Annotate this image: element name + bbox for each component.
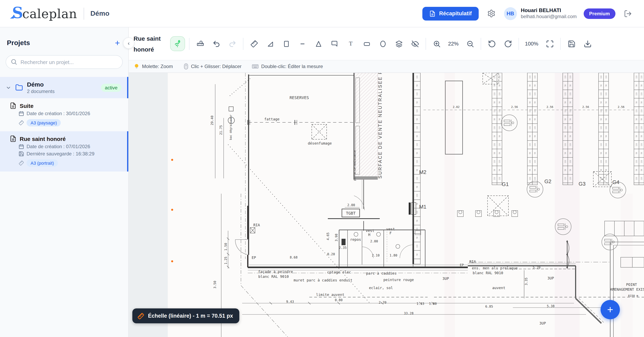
rack-cell-label: 50 [605,102,607,104]
rack-cell-label: 133 [564,92,566,95]
plan-label: AMENAGEMENT EXIS [610,287,644,291]
rack-cell-label: 50 [600,85,602,87]
scale-marker[interactable] [171,260,173,262]
plan-label: G4 [612,179,620,185]
redo-button[interactable] [226,37,239,50]
user-menu[interactable]: HB Houari BELHATI belhati.houari@gmail.c… [504,7,576,20]
hint-text: Clic + Glisser: Déplacer [191,64,241,69]
rack-cell-label: 50 [605,135,607,137]
mouse-icon [183,63,188,70]
plan-label: parc à caddies [366,271,396,275]
rack-cell-label: 50 [640,102,642,104]
rack-cell-label: 133 [570,143,572,146]
ellipse-tool-button[interactable] [376,37,390,50]
rack-cell-label: 133 [605,143,607,146]
rectangle-tool-button[interactable] [280,37,293,50]
plan-viewport[interactable]: 1335013350133501335013350133501335013350… [129,73,644,337]
document-item-rue-saint-honore[interactable]: Rue saint honoré Date de création : 07/0… [0,131,128,172]
zoom-in-button[interactable] [430,37,443,50]
document-item-suite[interactable]: Suite Date de création : 30/01/2026 A3 (… [0,98,128,131]
rack-cell-label: 133 [494,160,496,163]
recap-button[interactable]: Récapitulatif [422,7,478,20]
plan-label: 3UP [548,276,554,280]
rack-cell-label: 133 [494,143,496,146]
premium-badge[interactable]: Premium [584,8,616,19]
rack-cell-label: 133 [605,92,607,95]
rotate-cw-button[interactable] [501,37,514,50]
scale-marker[interactable] [171,159,173,161]
rack-cell-label: 133 [636,126,638,129]
rack-cell-label: 133 [600,109,602,112]
rack-cell-label: 133 [416,160,418,163]
rack-cell-label: 133 [534,126,536,129]
rack-cell-label: 50 [494,169,496,171]
format-badge: A3 (paysage) [26,119,61,126]
chevron-left-icon: ‹ [128,40,130,46]
plan-label: RESERVES [290,95,309,100]
logout-button[interactable] [622,8,634,19]
plan-label: 0.80 [335,298,343,302]
plan-label: 29.40 [210,116,214,125]
plan-label: POINT [626,282,637,287]
sidebar-collapse-button[interactable]: ‹ [123,38,134,49]
add-measure-fab[interactable]: + [600,300,620,319]
tape-measure-button[interactable] [194,37,207,50]
rack-cell-label: 133 [564,109,566,112]
rack-cell-label: 50 [416,135,418,137]
zoom-out-button[interactable] [464,37,477,50]
rounded-rect-tool-button[interactable] [360,37,373,50]
rack-cell-label: 50 [416,102,418,104]
save-button[interactable] [565,37,578,50]
hide-measures-button[interactable] [408,37,422,50]
scaleplan-app: S caleplan Démo Récapitulatif HB Houari … [0,0,644,337]
divider [518,38,519,50]
rack-cell-label: 133 [640,143,642,146]
rack-cell-label: 133 [529,76,531,79]
plan-label: eclair, sol [369,286,393,290]
fullscreen-button[interactable] [543,37,556,50]
plan-label: F [390,231,392,235]
project-item-demo[interactable]: Démo 2 documents active [0,77,128,98]
recap-label: Récapitulatif [439,11,472,17]
plan-label: 5.20 [533,265,540,269]
scale-marker[interactable] [171,209,173,211]
plan-label: 2.56 [618,105,624,109]
rack-cell-label: 133 [636,76,638,79]
plan-label: 2.00 [347,203,355,207]
rack-cell-label: 133 [605,160,607,163]
rack-cell-label: 133 [416,92,418,95]
wifi-icon [173,39,182,48]
floor-plan-canvas[interactable]: 1335013350133501335013350133501335013350… [168,73,644,337]
plus-icon: + [607,304,613,315]
hint-text: Molette: Zoom [142,64,173,69]
rack-cell-label: 133 [564,177,566,180]
layers-button[interactable] [392,37,406,50]
text-tool-button[interactable]: T [344,37,357,50]
connection-status-button[interactable] [170,36,185,51]
comment-tool-button[interactable] [328,37,341,50]
rack-cell-label: 50 [494,118,496,120]
plan-label: 3.35 [524,278,528,285]
rack-cell-label: 50 [498,118,500,120]
search-input[interactable] [6,55,123,69]
rotate-ccw-button[interactable] [485,37,498,50]
rack-cell-label: 133 [498,126,500,129]
add-project-button[interactable]: + [113,39,122,47]
line-tool-button[interactable] [296,37,309,50]
angle-tool-button[interactable] [264,37,277,50]
triangle-tool-button[interactable] [312,37,325,50]
undo-button[interactable] [210,37,223,50]
plan-label: TGBT [346,211,356,216]
settings-button[interactable] [485,8,497,19]
rack-cell-label: 133 [416,211,418,214]
plan-label: 3UP [540,321,546,325]
download-button[interactable] [581,37,594,50]
rack-cell-label: 133 [564,160,566,163]
plan-label: H [368,232,370,237]
rack-cell-label: 50 [600,169,602,171]
plan-label: 3.50 [213,281,217,289]
rack-cell-label: 50 [416,186,418,188]
rack-cell-label: 133 [600,143,602,146]
plan-label: EP [252,255,256,260]
ruler-tool-button[interactable] [248,37,261,50]
